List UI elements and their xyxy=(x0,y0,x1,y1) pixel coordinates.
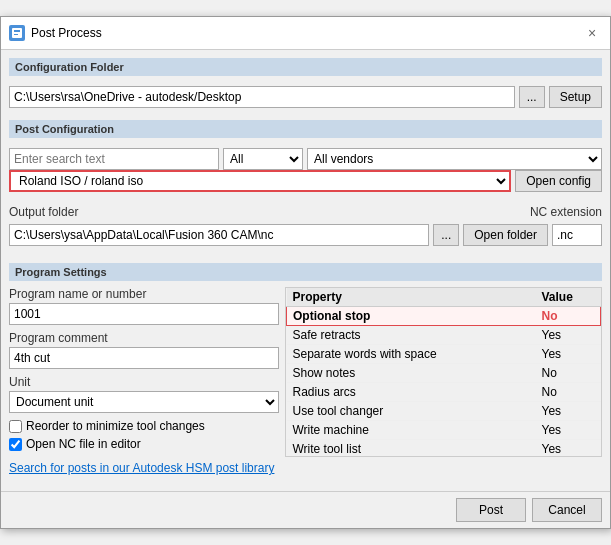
reorder-checkbox-row: Reorder to minimize tool changes xyxy=(9,419,279,433)
output-folder-input-row: ... Open folder xyxy=(9,224,602,246)
table-row[interactable]: Use tool changerYes xyxy=(287,402,601,421)
setup-button[interactable]: Setup xyxy=(549,86,602,108)
nc-extension-label: NC extension xyxy=(530,205,602,219)
col-property-header: Property xyxy=(287,288,536,307)
highlighted-property: Optional stop xyxy=(287,307,536,326)
title-bar: Post Process × xyxy=(1,17,610,50)
dialog-post-process: Post Process × Configuration Folder ... … xyxy=(0,16,611,529)
row-property: Write tool list xyxy=(287,440,536,458)
row-property: Use tool changer xyxy=(287,402,536,421)
program-left: Program name or number Program comment U… xyxy=(9,287,279,457)
table-row[interactable]: Write machineYes xyxy=(287,421,601,440)
reorder-checkbox[interactable] xyxy=(9,420,22,433)
reorder-label: Reorder to minimize tool changes xyxy=(26,419,205,433)
all-select[interactable]: All xyxy=(223,148,303,170)
table-header-row: Property Value xyxy=(287,288,601,307)
row-property: Write machine xyxy=(287,421,536,440)
post-config-search-row: All All vendors xyxy=(9,148,602,170)
program-settings-section: Program name or number Program comment U… xyxy=(9,287,602,457)
table-row-highlighted[interactable]: Optional stop No xyxy=(287,307,601,326)
unit-label: Unit xyxy=(9,375,279,389)
table-row[interactable]: Safe retractsYes xyxy=(287,326,601,345)
row-value: No xyxy=(535,383,600,402)
config-folder-section-header: Configuration Folder xyxy=(9,58,602,76)
program-comment-input[interactable] xyxy=(9,347,279,369)
row-value: No xyxy=(535,364,600,383)
open-nc-label: Open NC file in editor xyxy=(26,437,141,451)
search-input[interactable] xyxy=(9,148,219,170)
nc-extension-input[interactable] xyxy=(552,224,602,246)
bottom-buttons: Post Cancel xyxy=(1,491,610,528)
title-bar-left: Post Process xyxy=(9,25,102,41)
row-value: Yes xyxy=(535,345,600,364)
row-property: Show notes xyxy=(287,364,536,383)
row-value: Yes xyxy=(535,421,600,440)
program-name-input[interactable] xyxy=(9,303,279,325)
link-row: Search for posts in our Autodesk HSM pos… xyxy=(9,461,602,475)
config-folder-browse-button[interactable]: ... xyxy=(519,86,545,108)
table-row[interactable]: Separate words with spaceYes xyxy=(287,345,601,364)
vendors-select[interactable]: All vendors xyxy=(307,148,602,170)
program-comment-group: Program comment xyxy=(9,331,279,369)
output-folder-browse-button[interactable]: ... xyxy=(433,224,459,246)
config-folder-input[interactable] xyxy=(9,86,515,108)
dialog-title: Post Process xyxy=(31,26,102,40)
table-row[interactable]: Radius arcsNo xyxy=(287,383,601,402)
program-comment-label: Program comment xyxy=(9,331,279,345)
post-config-section: All All vendors Roland ISO / roland iso … xyxy=(9,144,602,201)
hsm-library-link[interactable]: Search for posts in our Autodesk HSM pos… xyxy=(9,461,274,475)
properties-table-body: Optional stop No Safe retractsYesSeparat… xyxy=(287,307,601,458)
row-value: Yes xyxy=(535,440,600,458)
dialog-body: Configuration Folder ... Setup Post Conf… xyxy=(1,50,610,487)
unit-select[interactable]: Document unit xyxy=(9,391,279,413)
output-folder-row: Output folder NC extension xyxy=(9,205,602,219)
program-right: Property Value Optional stop No Safe ret… xyxy=(285,287,602,457)
row-value: Yes xyxy=(535,326,600,345)
close-button[interactable]: × xyxy=(582,23,602,43)
output-folder-input[interactable] xyxy=(9,224,429,246)
row-property: Radius arcs xyxy=(287,383,536,402)
properties-table-container[interactable]: Property Value Optional stop No Safe ret… xyxy=(285,287,602,457)
row-value: Yes xyxy=(535,402,600,421)
output-folder-label: Output folder xyxy=(9,205,78,219)
post-dropdown[interactable]: Roland ISO / roland iso xyxy=(9,170,511,192)
open-nc-checkbox[interactable] xyxy=(9,438,22,451)
program-settings-section-header: Program Settings xyxy=(9,263,602,281)
config-folder-section: ... Setup xyxy=(9,82,602,112)
svg-rect-1 xyxy=(14,30,20,32)
cancel-button[interactable]: Cancel xyxy=(532,498,602,522)
table-row[interactable]: Write tool listYes xyxy=(287,440,601,458)
program-name-group: Program name or number xyxy=(9,287,279,325)
output-folder-section: Output folder NC extension ... Open fold… xyxy=(9,201,602,255)
svg-rect-2 xyxy=(14,34,18,35)
svg-rect-0 xyxy=(12,28,22,38)
program-name-label: Program name or number xyxy=(9,287,279,301)
table-row[interactable]: Show notesNo xyxy=(287,364,601,383)
app-icon xyxy=(9,25,25,41)
highlighted-value: No xyxy=(535,307,600,326)
unit-group: Unit Document unit xyxy=(9,375,279,413)
post-button[interactable]: Post xyxy=(456,498,526,522)
properties-table: Property Value Optional stop No Safe ret… xyxy=(286,288,601,457)
post-dropdown-row: Roland ISO / roland iso Open config xyxy=(9,170,602,192)
open-folder-button[interactable]: Open folder xyxy=(463,224,548,246)
post-config-section-header: Post Configuration xyxy=(9,120,602,138)
open-nc-checkbox-row: Open NC file in editor xyxy=(9,437,279,451)
row-property: Safe retracts xyxy=(287,326,536,345)
open-config-button[interactable]: Open config xyxy=(515,170,602,192)
row-property: Separate words with space xyxy=(287,345,536,364)
config-folder-row: ... Setup xyxy=(9,86,602,108)
col-value-header: Value xyxy=(535,288,600,307)
